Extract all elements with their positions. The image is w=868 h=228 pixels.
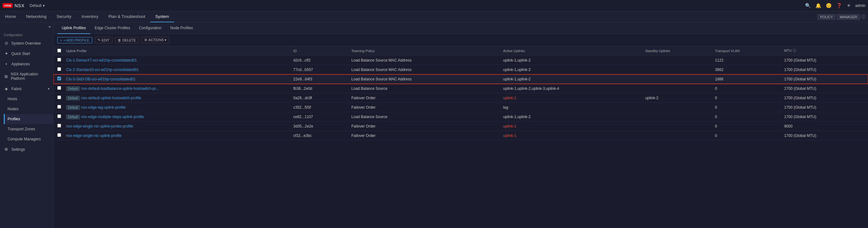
content-header: Uplink Profiles Edge Cluster Profiles Co… bbox=[54, 23, 868, 34]
row-id: fb38...2e0d bbox=[291, 84, 349, 93]
nav-inventory[interactable]: Inventory bbox=[76, 11, 103, 22]
manager-button[interactable]: MANAGER bbox=[837, 14, 860, 20]
environment-selector[interactable]: Default ▾ bbox=[30, 3, 45, 8]
row-checkbox[interactable] bbox=[57, 96, 61, 99]
select-all-checkbox[interactable] bbox=[57, 49, 61, 52]
configuration-section-label: Configuration bbox=[0, 31, 53, 38]
bell-icon[interactable]: 🔔 bbox=[815, 3, 822, 8]
row-standby-uplinks bbox=[643, 131, 712, 140]
tab-configuration[interactable]: Configuration bbox=[134, 23, 165, 34]
row-id: c352...5f3f bbox=[291, 103, 349, 112]
row-name-link[interactable]: nsx-edge-lag-uplink-profile bbox=[81, 105, 126, 110]
row-id: d2c9...cff2 bbox=[291, 55, 349, 65]
settings-icon: ⚙ bbox=[4, 147, 9, 152]
sidebar-item-nsx-app-platform[interactable]: ⊞ NSX Application Platform bbox=[0, 69, 53, 83]
row-name-link[interactable]: nsx-edge-single-nic-uplink-profile bbox=[66, 134, 122, 138]
table-row[interactable]: nsx-edge-single-nic-uplink-profilecf32..… bbox=[54, 131, 868, 140]
row-transport-vlan: 0 bbox=[712, 93, 782, 103]
row-checkbox[interactable] bbox=[57, 133, 61, 137]
row-teaming-policy: Failover Order bbox=[349, 131, 501, 140]
edit-button[interactable]: ✎ EDIT bbox=[95, 37, 113, 43]
table-row[interactable]: Defaultnsx-edge-lag-uplink-profilec352..… bbox=[54, 103, 868, 112]
table-row[interactable]: Defaultnsx-default-loadbalance-uplink-ho… bbox=[54, 84, 868, 93]
row-checkbox[interactable] bbox=[57, 58, 61, 62]
active-uplinks-value: uplink-1 bbox=[503, 124, 516, 128]
row-checkbox[interactable] bbox=[57, 105, 61, 109]
nav-plan-troubleshoot[interactable]: Plan & Troubleshoot bbox=[103, 11, 150, 22]
row-mtu: 9000 bbox=[782, 121, 868, 131]
select-all-header[interactable] bbox=[54, 46, 64, 55]
chevron-down-icon: ▾ bbox=[43, 3, 45, 8]
toolbar: + + ADD PROFILE ✎ EDIT 🗑 DELETE ⚙ ACTION… bbox=[54, 34, 868, 46]
row-name: Cls-1-DenseX7-oci-w01hp-consolidated01 bbox=[64, 55, 291, 65]
row-name-link[interactable]: nsx-default-loadbalance-uplink-hostswitc… bbox=[81, 86, 159, 91]
nav-networking[interactable]: Networking bbox=[21, 11, 52, 22]
user-circle-icon[interactable]: 😊 bbox=[826, 3, 832, 8]
edit-label: EDIT bbox=[102, 38, 110, 42]
nav-home[interactable]: Home bbox=[0, 11, 21, 22]
collapse-icon: « bbox=[49, 25, 51, 29]
nav-info-icon[interactable]: ⓘ bbox=[861, 14, 866, 20]
row-checkbox[interactable] bbox=[57, 114, 61, 118]
row-active-uplinks: uplink-1 bbox=[501, 121, 643, 131]
sidebar-item-fabric[interactable]: ◈ Fabric ▾ bbox=[0, 83, 53, 94]
tab-node-profiles[interactable]: Node Profiles bbox=[166, 23, 197, 34]
sidebar-item-transport-zones[interactable]: Transport Zones bbox=[4, 124, 53, 134]
actions-button[interactable]: ⚙ ACTIONS ▾ bbox=[142, 37, 170, 43]
table-row[interactable]: nsx-edge-single-nic-uplink-jumbo-profile… bbox=[54, 121, 868, 131]
row-checkbox[interactable] bbox=[57, 86, 61, 90]
row-name-link[interactable]: nsx-edge-single-nic-uplink-jumbo-profile bbox=[66, 124, 133, 128]
sidebar-item-compute-managers[interactable]: Compute Managers bbox=[4, 134, 53, 144]
search-icon[interactable]: 🔍 bbox=[805, 3, 811, 8]
chevron-down-icon: ▾ bbox=[48, 87, 50, 90]
row-mtu: 1700 (Global MTU) bbox=[782, 112, 868, 121]
table-row[interactable]: Defaultnsx-edge-multiple-vteps-uplink-pr… bbox=[54, 112, 868, 121]
nav-system[interactable]: System bbox=[150, 11, 174, 22]
tab-uplink-profiles[interactable]: Uplink Profiles bbox=[57, 23, 90, 34]
sidebar-toggle[interactable]: « bbox=[0, 23, 53, 31]
sidebar-item-appliances[interactable]: ▪ Appliances bbox=[0, 59, 53, 69]
help-icon[interactable]: ❓ bbox=[836, 3, 842, 8]
tabs-bar: Uplink Profiles Edge Cluster Profiles Co… bbox=[54, 23, 868, 34]
col-standby-uplinks: Standby Uplinks bbox=[643, 46, 712, 55]
sidebar-item-nodes[interactable]: Nodes bbox=[4, 104, 53, 114]
actions-label: ACTIONS ▾ bbox=[149, 38, 167, 42]
row-name-link[interactable]: Cls-3-Std3-DB-oci-w01hp-consolidated01 bbox=[66, 77, 136, 81]
sidebar-item-settings[interactable]: ⚙ Settings bbox=[0, 144, 53, 154]
row-teaming-policy: Failover Order bbox=[349, 121, 501, 131]
theme-icon[interactable]: ☀ bbox=[846, 3, 851, 8]
col-transport-vlan: Transport VLAN bbox=[712, 46, 782, 55]
sidebar-item-system-overview[interactable]: ⊙ System Overview bbox=[0, 38, 53, 48]
app-name: NSX bbox=[14, 3, 25, 8]
col-teaming-policy: Teaming Policy bbox=[349, 46, 501, 55]
table-row[interactable]: Cls-3-Std3-DB-oci-w01hp-consolidated0122… bbox=[54, 74, 868, 84]
nav-security[interactable]: Security bbox=[52, 11, 76, 22]
row-name-link[interactable]: Cls-1-DenseX7-oci-w01hp-consolidated01 bbox=[66, 58, 137, 63]
sidebar-item-profiles[interactable]: Profiles bbox=[4, 114, 53, 124]
table-row[interactable]: Cls-2-Standard3-oci-w01hp-consolidated01… bbox=[54, 65, 868, 74]
row-teaming-policy: Failover Order bbox=[349, 93, 501, 103]
table-row[interactable]: Defaultnsx-default-uplink-hostswitch-pro… bbox=[54, 93, 868, 103]
table-row[interactable]: Cls-1-DenseX7-oci-w01hp-consolidated01d2… bbox=[54, 55, 868, 65]
admin-label[interactable]: admin bbox=[855, 3, 866, 8]
row-transport-vlan: 1122 bbox=[712, 55, 782, 65]
add-profile-button[interactable]: + + ADD PROFILE bbox=[57, 37, 92, 43]
sidebar-item-quick-start[interactable]: ✦ Quick Start bbox=[0, 48, 53, 59]
row-checkbox[interactable] bbox=[57, 77, 61, 80]
row-name-link[interactable]: nsx-edge-multiple-vteps-uplink-profile bbox=[81, 115, 144, 119]
row-teaming-policy: Load Balance Source MAC Address bbox=[349, 65, 501, 74]
tab-edge-cluster-profiles[interactable]: Edge Cluster Profiles bbox=[90, 23, 135, 34]
row-checkbox[interactable] bbox=[57, 67, 61, 71]
row-transport-vlan: 0 bbox=[712, 131, 782, 140]
row-id: 3d35...2e2e bbox=[291, 121, 349, 131]
topbar: vmw NSX Default ▾ 🔍 🔔 😊 ❓ ☀ admin bbox=[0, 0, 868, 11]
mtu-info-icon[interactable]: ⓘ bbox=[793, 49, 796, 52]
delete-button[interactable]: 🗑 DELETE bbox=[115, 37, 139, 43]
sidebar-item-hosts[interactable]: Hosts bbox=[4, 94, 53, 104]
row-name-link[interactable]: Cls-2-Standard3-oci-w01hp-consolidated01 bbox=[66, 68, 139, 72]
row-transport-vlan: 0 bbox=[712, 121, 782, 131]
policy-button[interactable]: POLICY bbox=[817, 14, 836, 20]
row-checkbox[interactable] bbox=[57, 124, 61, 127]
row-name-link[interactable]: nsx-default-uplink-hostswitch-profile bbox=[81, 96, 142, 100]
default-badge: Default bbox=[66, 96, 80, 101]
